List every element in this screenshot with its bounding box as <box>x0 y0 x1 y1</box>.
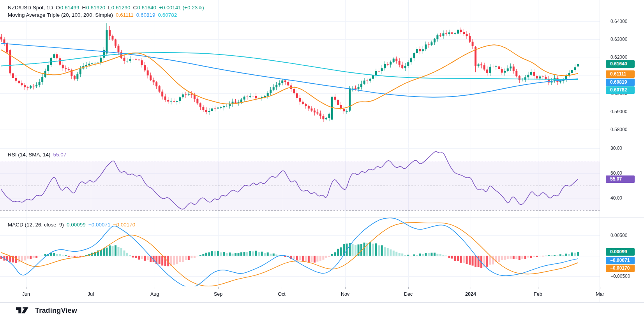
ma-legend-row: Moving Average Triple (20, 100, 200, Sim… <box>8 12 204 18</box>
time-axis-label: Aug <box>150 291 159 297</box>
rsi-tick-label: 80.00 <box>610 145 622 151</box>
tradingview-logo-icon <box>16 306 31 315</box>
price-tick-label: 0.63000 <box>610 36 627 42</box>
symbol-title[interactable]: NZD/USD Spot, 1D <box>8 5 53 11</box>
time-axis-label: Dec <box>404 291 413 297</box>
tradingview-logo-text: TradingView <box>35 307 77 315</box>
rsi-tick-label: 40.00 <box>610 195 622 201</box>
macd-legend: MACD (12, 26, close, 9) 0.00099 −0.00071… <box>8 222 135 228</box>
macd-hist-value: 0.00099 <box>67 222 86 228</box>
time-axis-label: 2024 <box>465 291 476 297</box>
price-tick-label: 0.62000 <box>610 54 627 60</box>
time-axis-label: Feb <box>534 291 542 297</box>
rsi-badge-value: 55.07 <box>606 175 635 183</box>
macd-line-value: −0.00071 <box>88 222 111 228</box>
ma200-value: 0.60782 <box>158 12 177 18</box>
ohlc-open: O0.61499 <box>56 5 79 11</box>
rsi-indicator-title[interactable]: RSI (14, SMA, 14) <box>8 152 51 158</box>
symbol-legend-row1: NZD/USD Spot, 1D O0.61499 H0.61920 L0.61… <box>8 5 204 11</box>
time-axis-label: Nov <box>341 291 349 297</box>
price-badge-ma200: 0.60782 <box>606 86 635 94</box>
ma100-value: 0.60819 <box>136 12 155 18</box>
price-tick-label: 0.64000 <box>610 18 627 25</box>
time-axis-label: Sep <box>214 291 222 297</box>
price-badge-close: 0.61640 <box>606 60 635 68</box>
time-axis-label: Jul <box>88 291 94 297</box>
rsi-value: 55.07 <box>53 152 67 158</box>
price-badge-ma100: 0.60819 <box>606 79 635 86</box>
price-badge-ma20: 0.61111 <box>606 70 635 78</box>
time-axis-label: Jun <box>22 291 30 297</box>
macd-signal-value: −0.00170 <box>113 222 136 228</box>
macd-tick-label: 0.00500 <box>610 232 627 239</box>
macd-badge-hist: 0.00099 <box>606 248 635 256</box>
price-tick-label: 0.58000 <box>610 126 627 133</box>
macd-tick-label: −0.00500 <box>610 273 630 279</box>
rsi-legend: RSI (14, SMA, 14) 55.07 <box>8 152 66 158</box>
ma20-value: 0.61111 <box>116 12 134 18</box>
ohlc-high: H0.61920 <box>82 5 106 11</box>
time-axis-label: Mar <box>596 291 604 297</box>
macd-badge-signal: −0.00170 <box>606 265 635 272</box>
macd-indicator-title[interactable]: MACD (12, 26, close, 9) <box>8 222 64 228</box>
change-value: +0.00141 (+0.23%) <box>159 5 204 11</box>
ma-indicator-title[interactable]: Moving Average Triple (20, 100, 200, Sim… <box>8 12 113 18</box>
price-tick-label: 0.59000 <box>610 109 627 115</box>
ohlc-close: C0.61640 <box>133 5 157 11</box>
macd-badge-macd: −0.00071 <box>606 257 635 264</box>
ohlc-low: L0.61290 <box>108 5 130 11</box>
chart-canvas[interactable] <box>0 0 644 321</box>
tradingview-logo-link[interactable]: TradingView <box>16 306 77 315</box>
time-axis-label: Oct <box>278 291 285 297</box>
symbol-legend: NZD/USD Spot, 1D O0.61499 H0.61920 L0.61… <box>8 5 204 18</box>
